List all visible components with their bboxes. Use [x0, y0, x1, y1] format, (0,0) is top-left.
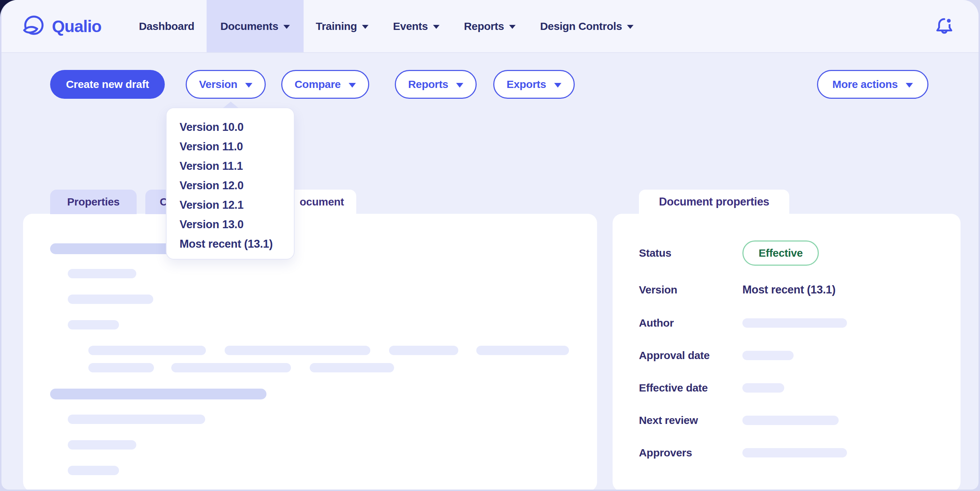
caret-down-icon	[283, 25, 290, 29]
skeleton-value	[742, 383, 784, 392]
skeleton-line	[68, 320, 119, 329]
caret-down-icon	[433, 25, 439, 29]
property-label: Next review	[639, 414, 742, 426]
skeleton-pill	[88, 346, 206, 355]
compare-dropdown-button[interactable]: Compare	[281, 70, 369, 99]
version-dropdown-button[interactable]: Version	[186, 70, 266, 99]
property-row-effective-date: Effective date	[639, 378, 946, 398]
caret-down-icon	[348, 83, 356, 87]
caret-down-icon	[554, 83, 562, 87]
brand-name: Qualio	[52, 17, 101, 36]
skeleton-value	[742, 448, 847, 458]
nav-item-events[interactable]: Events	[381, 0, 452, 52]
skeleton-line	[68, 415, 205, 424]
skeleton-line	[68, 466, 119, 475]
nav-item-training[interactable]: Training	[304, 0, 381, 52]
app-surface: Qualio Dashboard Documents Training Even…	[2, 0, 978, 489]
caret-down-icon	[906, 83, 913, 87]
notification-dot	[946, 18, 951, 24]
menu-item-version[interactable]: Version 12.1	[167, 195, 294, 215]
property-row-approval-date: Approval date	[639, 346, 946, 365]
version-value: Most recent (13.1)	[742, 283, 835, 296]
skeleton-value	[742, 416, 838, 425]
document-properties-card: Status Effective Version Most recent (13…	[612, 214, 961, 489]
caret-down-icon	[362, 25, 369, 29]
skeleton-pill	[88, 363, 154, 372]
menu-item-version[interactable]: Version 13.0	[167, 215, 294, 234]
exports-dropdown-button[interactable]: Exports	[493, 70, 575, 99]
skeleton-line	[68, 294, 153, 304]
skeleton-value	[742, 351, 794, 360]
notifications-button[interactable]	[933, 0, 956, 52]
tab-document-properties[interactable]: Document properties	[639, 190, 789, 214]
caret-down-icon	[627, 25, 633, 29]
property-label: Approval date	[639, 349, 742, 362]
skeleton-pill	[389, 346, 458, 355]
menu-item-most-recent[interactable]: Most recent (13.1)	[167, 234, 294, 254]
top-nav: Qualio Dashboard Documents Training Even…	[2, 0, 978, 53]
skeleton-line	[68, 269, 136, 278]
version-dropdown-menu: Version 10.0 Version 11.0 Version 11.1 V…	[166, 107, 294, 259]
skeleton-pill	[310, 363, 394, 372]
status-badge: Effective	[742, 240, 819, 266]
nav-item-design-controls[interactable]: Design Controls	[528, 0, 646, 52]
property-row-next-review: Next review	[639, 411, 946, 430]
property-row-approvers: Approvers	[639, 443, 946, 462]
document-content-card	[23, 214, 597, 489]
property-label: Approvers	[639, 447, 742, 459]
create-new-draft-button[interactable]: Create new draft	[50, 70, 165, 99]
property-row-version: Version Most recent (13.1)	[639, 280, 946, 300]
skeleton-pill	[224, 346, 370, 355]
menu-item-version[interactable]: Version 10.0	[167, 118, 294, 137]
property-label: Author	[639, 317, 742, 329]
menu-item-version[interactable]: Version 12.0	[167, 176, 294, 195]
menu-item-version[interactable]: Version 11.1	[167, 156, 294, 176]
dropdown-pointer	[223, 102, 239, 108]
reports-dropdown-button[interactable]: Reports	[395, 70, 477, 99]
more-actions-button[interactable]: More actions	[817, 70, 928, 99]
property-label: Status	[639, 247, 742, 259]
nav-item-documents[interactable]: Documents	[207, 0, 304, 52]
nav-item-dashboard[interactable]: Dashboard	[127, 0, 207, 52]
caret-down-icon	[509, 25, 515, 29]
skeleton-value	[742, 318, 847, 328]
property-label: Effective date	[639, 382, 742, 394]
nav-menu: Dashboard Documents Training Events Repo…	[127, 0, 646, 52]
skeleton-line	[68, 440, 136, 450]
caret-down-icon	[245, 83, 252, 87]
property-row-status: Status Effective	[639, 240, 946, 266]
qualio-logo[interactable]: Qualio	[20, 0, 101, 52]
skeleton-pill	[476, 346, 569, 355]
nav-item-reports[interactable]: Reports	[452, 0, 528, 52]
skeleton-heading-bar	[50, 389, 266, 399]
tab-properties[interactable]: Properties	[50, 190, 137, 214]
caret-down-icon	[456, 83, 463, 87]
property-row-author: Author	[639, 313, 946, 333]
screenshot-canvas: Qualio Dashboard Documents Training Even…	[0, 0, 980, 491]
skeleton-pill	[171, 363, 291, 372]
bell-icon	[933, 15, 956, 38]
menu-item-version[interactable]: Version 11.0	[167, 137, 294, 156]
property-label: Version	[639, 284, 742, 296]
qualio-logo-icon	[20, 13, 46, 39]
